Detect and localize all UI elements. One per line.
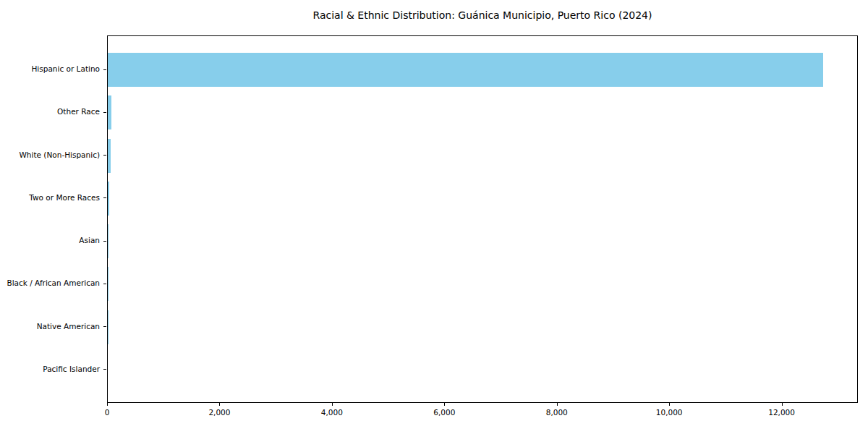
y-axis-label: Black / African American [0,278,100,288]
bar [108,139,111,173]
y-axis-tick [103,155,106,156]
y-axis-label: Other Race [0,107,100,116]
x-axis-tick [444,403,445,406]
bar [108,95,111,129]
y-axis-tick [103,197,106,198]
bar [108,53,823,87]
x-axis-tick [782,403,783,406]
x-axis-tick [219,403,220,406]
plot-area [107,35,858,403]
y-axis-label: Pacific Islander [0,365,100,374]
y-axis-label: Native American [0,322,100,331]
y-axis-label: Asian [0,236,100,245]
x-axis-tick-label: 2,000 [208,408,230,417]
y-axis-tick [103,241,106,242]
x-axis-tick-label: 12,000 [768,408,795,417]
y-axis-tick [103,326,106,327]
x-axis-tick-label: 10,000 [656,408,683,417]
y-axis-label: Two or More Races [0,193,100,203]
x-axis-tick-label: 6,000 [433,408,455,417]
y-axis-tick [103,112,106,113]
bar [108,182,109,216]
y-axis-tick [103,284,106,284]
y-axis-label: Hispanic or Latino [0,64,100,74]
x-axis-tick [669,403,670,406]
chart-title: Racial & Ethnic Distribution: Guánica Mu… [107,9,858,22]
x-axis-tick-label: 4,000 [321,408,343,417]
y-axis-label: White (Non-Hispanic) [0,150,100,160]
x-axis-tick-label: 8,000 [546,408,568,417]
x-axis-tick [107,403,108,406]
x-axis-tick [332,403,333,406]
x-axis-tick [557,403,558,406]
chart-figure: Racial & Ethnic Distribution: Guánica Mu… [0,0,868,434]
y-axis-tick [103,69,106,70]
x-axis-tick-label: 0 [105,408,110,417]
y-axis-tick [103,369,106,370]
